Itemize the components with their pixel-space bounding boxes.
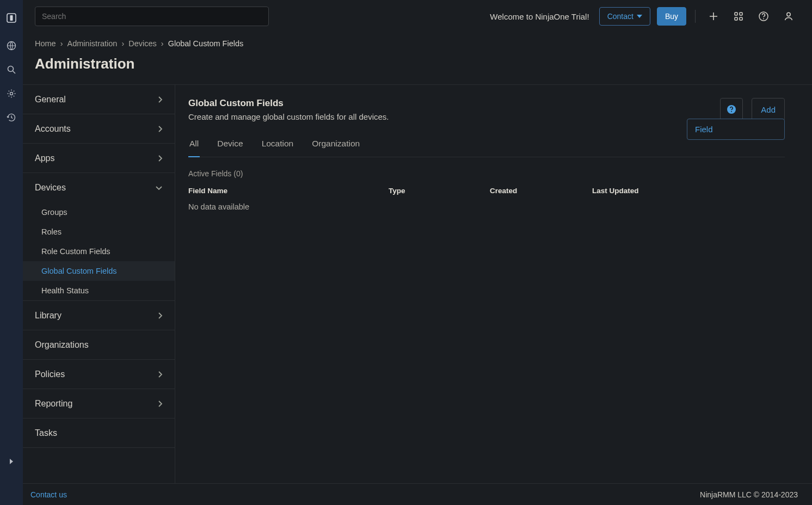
breadcrumb-sep: › [161,39,164,48]
buy-button-label: Buy [665,12,678,21]
tab-location[interactable]: Location [261,139,295,157]
tab-device[interactable]: Device [216,139,244,157]
admin-sidebar: General Accounts Apps Devices Groups Rol… [23,85,175,483]
no-data-message: No data available [188,202,785,211]
gear-icon[interactable] [6,88,17,99]
expand-rail-icon[interactable] [6,456,17,467]
apps-grid-icon[interactable] [729,7,748,26]
sidebar-sub-roles[interactable]: Roles [23,222,175,242]
sidebar-sub-label: Roles [41,227,61,236]
tab-all[interactable]: All [188,139,200,157]
chevron-right-icon [157,96,163,103]
add-tooltip-label: Field [695,125,713,134]
add-button[interactable]: Add [752,98,785,121]
svg-line-4 [13,71,16,74]
sidebar-item-tasks[interactable]: Tasks [23,418,175,448]
section-title: Global Custom Fields [188,98,711,109]
sidebar-item-label: Organizations [35,340,89,350]
contact-button[interactable]: Contact [599,7,650,26]
sidebar-item-label: Accounts [35,124,71,134]
globe-icon[interactable] [6,40,17,51]
history-icon[interactable] [6,112,17,123]
search-icon[interactable] [6,64,17,75]
add-button-label: Add [761,105,776,114]
contact-us-link[interactable]: Contact us [30,490,67,499]
chevron-down-icon [155,185,163,190]
add-tooltip: Field [687,119,785,140]
sidebar-item-accounts[interactable]: Accounts [23,114,175,144]
sidebar-sub-role-custom-fields[interactable]: Role Custom Fields [23,242,175,261]
table-header: Field Name Type Created Last Updated [188,187,785,195]
sidebar-item-label: General [35,95,66,104]
col-last-updated[interactable]: Last Updated [592,187,785,195]
svg-point-12 [787,13,790,16]
sidebar-item-reporting[interactable]: Reporting [23,389,175,418]
col-field-name[interactable]: Field Name [188,187,389,195]
svg-point-11 [763,19,764,20]
logo-icon[interactable] [5,12,17,24]
sidebar-item-label: Devices [35,183,66,193]
sidebar-sublist-devices: Groups Roles Role Custom Fields Global C… [23,202,175,301]
sidebar-sub-global-custom-fields[interactable]: Global Custom Fields [23,261,175,281]
page-title: Administration [23,48,812,84]
user-icon[interactable] [779,7,798,26]
sidebar-item-label: Tasks [35,428,57,438]
sidebar-item-label: Reporting [35,399,72,409]
topbar: Welcome to NinjaOne Trial! Contact Buy [23,0,812,33]
sidebar-sub-label: Health Status [41,286,89,295]
breadcrumb-sep: › [60,39,63,48]
sidebar-item-label: Policies [35,369,65,379]
copyright-text: NinjaRMM LLC © 2014-2023 [700,490,798,499]
main-column: Welcome to NinjaOne Trial! Contact Buy H… [23,0,812,505]
chevron-right-icon [157,125,163,133]
caret-down-icon [637,15,642,18]
svg-rect-9 [740,17,742,20]
sidebar-sub-health-status[interactable]: Health Status [23,281,175,300]
sidebar-item-organizations[interactable]: Organizations [23,330,175,360]
search-input[interactable] [35,7,269,26]
svg-rect-8 [735,17,737,20]
breadcrumb: Home › Administration › Devices › Global… [23,33,812,48]
sidebar-item-library[interactable]: Library [23,301,175,330]
active-fields-count: Active Fields (0) [188,169,785,178]
body: General Accounts Apps Devices Groups Rol… [23,84,812,483]
svg-point-3 [8,66,14,72]
sidebar-sub-groups[interactable]: Groups [23,202,175,222]
breadcrumb-administration[interactable]: Administration [67,39,118,48]
svg-rect-7 [740,13,742,15]
content-area: Global Custom Fields Create and manage g… [175,85,812,483]
divider [695,10,696,23]
sidebar-item-devices[interactable]: Devices [23,173,175,202]
section-subtitle: Create and manage global custom fields f… [188,112,711,121]
help-filled-icon [727,104,736,114]
chevron-right-icon [157,371,163,378]
breadcrumb-devices[interactable]: Devices [128,39,157,48]
left-rail [0,0,23,505]
chevron-right-icon [157,155,163,162]
help-section-button[interactable] [720,98,743,121]
sidebar-item-general[interactable]: General [23,85,175,114]
tab-organization[interactable]: Organization [311,139,361,157]
breadcrumb-current: Global Custom Fields [168,39,244,48]
svg-rect-6 [735,13,737,15]
col-created[interactable]: Created [490,187,592,195]
welcome-text: Welcome to NinjaOne Trial! [490,12,589,21]
svg-point-14 [731,111,732,112]
col-type[interactable]: Type [389,187,490,195]
contact-button-label: Contact [607,12,633,21]
sidebar-item-label: Apps [35,153,54,163]
svg-point-5 [10,93,13,95]
chevron-right-icon [157,312,163,319]
plus-icon[interactable] [704,7,723,26]
footer: Contact us NinjaRMM LLC © 2014-2023 [23,483,812,505]
sidebar-item-apps[interactable]: Apps [23,144,175,173]
sidebar-sub-label: Role Custom Fields [41,247,110,256]
chevron-right-icon [157,400,163,408]
section-header: Global Custom Fields Create and manage g… [188,98,785,121]
buy-button[interactable]: Buy [657,7,686,26]
sidebar-item-label: Library [35,311,61,321]
sidebar-item-policies[interactable]: Policies [23,360,175,389]
breadcrumb-sep: › [121,39,124,48]
breadcrumb-home[interactable]: Home [35,39,56,48]
help-icon[interactable] [754,7,773,26]
